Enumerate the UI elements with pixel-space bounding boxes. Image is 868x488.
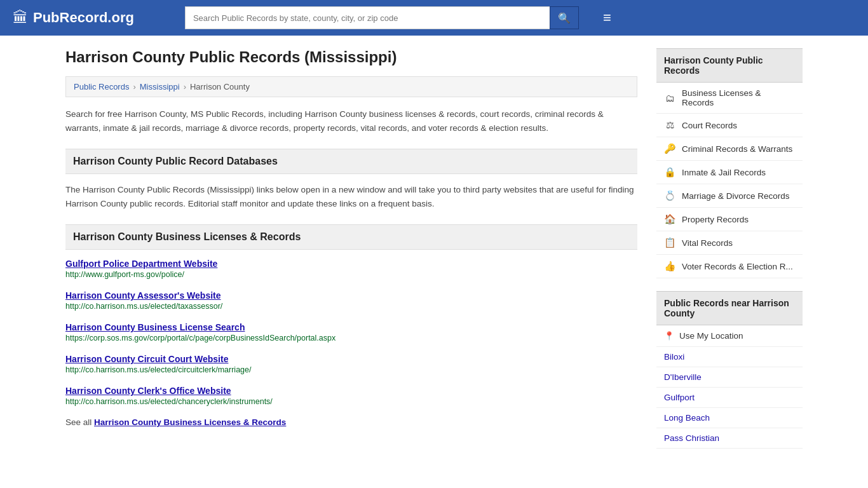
content-area: Harrison County Public Records (Mississi… [65,48,637,461]
court-icon: ⚖ [664,119,675,131]
record-assessor: Harrison County Assessor's Website http:… [65,290,637,311]
intro-text: Search for free Harrison County, MS Publ… [65,107,637,135]
logo[interactable]: 🏛 PubRecord.org [13,9,134,27]
breadcrumb: Public Records › Mississippi › Harrison … [65,76,637,97]
breadcrumb-mississippi[interactable]: Mississippi [140,82,180,92]
sidebar-records-section: Harrison County Public Records 🗂 Busines… [656,48,803,278]
business-header: Harrison County Business Licenses & Reco… [65,224,637,250]
sidebar-records-title: Harrison County Public Records [656,48,803,83]
sidebar-item-marriage[interactable]: 💍 Marriage & Divorce Records [656,184,803,208]
search-input[interactable] [185,6,550,29]
logo-text: PubRecord.org [33,10,134,26]
menu-icon: ≡ [603,10,611,25]
criminal-icon: 🔑 [664,143,675,154]
databases-desc: The Harrison County Public Records (Miss… [65,183,637,210]
nearby-biloxi[interactable]: Biloxi [656,347,803,367]
record-title-3[interactable]: Harrison County Circuit Court Website [65,354,637,364]
page-title: Harrison County Public Records (Mississi… [65,48,637,66]
record-url-3[interactable]: http://co.harrison.ms.us/elected/circuit… [65,365,251,374]
breadcrumb-sep-1: › [133,82,135,92]
sidebar-label-vital: Vital Records [682,238,733,248]
sidebar-label-criminal: Criminal Records & Warrants [682,144,792,154]
see-all-link[interactable]: Harrison County Business Licenses & Reco… [94,417,286,427]
record-url-4[interactable]: http://co.harrison.ms.us/elected/chancer… [65,397,273,406]
sidebar-label-marriage: Marriage & Divorce Records [682,191,790,201]
breadcrumb-sep-2: › [184,82,186,92]
sidebar-label-property: Property Records [682,215,749,224]
sidebar-label-voter: Voter Records & Election R... [682,262,793,271]
location-icon: 📍 [664,331,674,341]
record-title-1[interactable]: Harrison County Assessor's Website [65,290,637,301]
record-title-0[interactable]: Gulfport Police Department Website [65,259,637,269]
search-icon: 🔍 [558,12,571,24]
nearby-diberville[interactable]: D'Iberville [656,367,803,388]
inmate-icon: 🔒 [664,166,675,178]
see-all: See all Harrison County Business License… [65,417,637,427]
sidebar-label-inmate: Inmate & Jail Records [682,168,766,177]
sidebar-label-court: Court Records [682,121,737,130]
sidebar-item-vital[interactable]: 📋 Vital Records [656,231,803,255]
record-title-4[interactable]: Harrison County Clerk's Office Website [65,386,637,396]
record-url-0[interactable]: http://www.gulfport-ms.gov/police/ [65,270,184,279]
breadcrumb-harrison-county: Harrison County [190,82,250,92]
search-button[interactable]: 🔍 [550,6,579,29]
sidebar-nearby-section: Public Records near Harrison County 📍 Us… [656,291,803,449]
marriage-icon: 💍 [664,190,675,201]
use-location-label: Use My Location [679,331,743,341]
record-title-2[interactable]: Harrison County Business License Search [65,322,637,332]
nearby-long-beach[interactable]: Long Beach [656,408,803,428]
record-gulfport-police: Gulfport Police Department Website http:… [65,259,637,279]
nearby-pass-christian[interactable]: Pass Christian [656,428,803,449]
business-icon: 🗂 [664,93,675,104]
main-container: Harrison County Public Records (Mississi… [53,36,815,487]
breadcrumb-public-records[interactable]: Public Records [74,82,129,92]
databases-header: Harrison County Public Record Databases [65,149,637,174]
voter-icon: 👍 [664,261,675,272]
record-circuit-court: Harrison County Circuit Court Website ht… [65,354,637,374]
vital-icon: 📋 [664,237,675,248]
header: 🏛 PubRecord.org 🔍 ≡ [0,0,868,36]
record-business-license: Harrison County Business License Search … [65,322,637,342]
sidebar-nearby-title: Public Records near Harrison County [656,291,803,325]
sidebar-item-voter[interactable]: 👍 Voter Records & Election R... [656,255,803,278]
see-all-prefix: See all [65,417,94,427]
sidebar-item-business[interactable]: 🗂 Business Licenses & Records [656,83,803,114]
record-url-1[interactable]: http://co.harrison.ms.us/elected/taxasse… [65,302,222,311]
search-area: 🔍 [185,6,579,29]
sidebar-item-criminal[interactable]: 🔑 Criminal Records & Warrants [656,137,803,161]
sidebar-item-court[interactable]: ⚖ Court Records [656,114,803,137]
record-clerks-office: Harrison County Clerk's Office Website h… [65,386,637,406]
logo-icon: 🏛 [13,9,28,27]
sidebar-label-business: Business Licenses & Records [682,88,795,107]
property-icon: 🏠 [664,214,675,225]
sidebar-item-property[interactable]: 🏠 Property Records [656,208,803,231]
use-location[interactable]: 📍 Use My Location [656,325,803,347]
menu-button[interactable]: ≡ [598,7,616,29]
record-url-2[interactable]: https://corp.sos.ms.gov/corp/portal/c/pa… [65,334,336,342]
nearby-gulfport[interactable]: Gulfport [656,388,803,408]
sidebar-item-inmate[interactable]: 🔒 Inmate & Jail Records [656,161,803,184]
sidebar: Harrison County Public Records 🗂 Busines… [656,48,803,461]
